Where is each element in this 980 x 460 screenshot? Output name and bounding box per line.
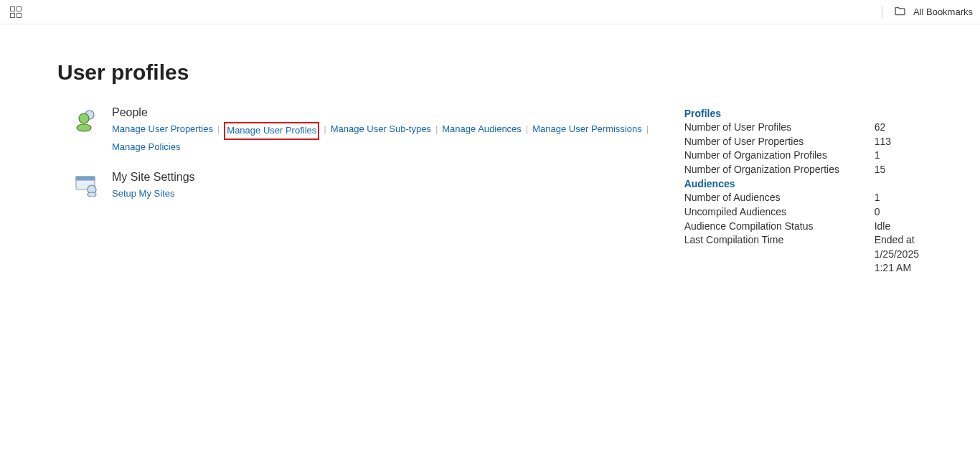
stat-value: 1 [875,191,923,205]
right-column: Profiles Number of User Profiles 62 Numb… [684,106,923,276]
stat-label: Audience Compilation Status [684,220,875,234]
manage-policies-link[interactable]: Manage Policies [112,140,180,155]
page-title: User profiles [57,60,923,85]
manage-user-properties-link[interactable]: Manage User Properties [112,122,213,140]
stat-row: Audience Compilation Status Idle [684,220,923,234]
browser-toolbar: All Bookmarks [0,0,980,24]
stat-value: 1 [875,149,923,163]
setup-my-sites-link[interactable]: Setup My Sites [112,187,174,202]
stat-row: Number of Organization Properties 15 [684,163,923,177]
mysite-section: My Site Settings Setup My Sites [75,171,656,202]
stat-value: Idle [875,220,923,234]
mysite-icon [75,172,99,197]
separator [882,6,882,19]
stat-label: Uncompiled Audiences [684,205,875,220]
page-content: User profiles People Manage User [0,24,980,276]
manage-user-profiles-link[interactable]: Manage User Profiles [227,125,316,136]
stat-row: Number of User Profiles 62 [684,121,923,135]
stat-label: Number of User Properties [684,135,875,149]
stat-label: Number of Organization Properties [684,163,875,177]
stat-row: Number of Audiences 1 [684,191,923,205]
stat-value: 0 [875,205,923,220]
highlight-box: Manage User Profiles [224,122,319,140]
stat-row: Number of User Properties 113 [684,135,923,149]
apps-grid-icon[interactable] [10,6,22,18]
svg-rect-4 [76,177,95,180]
toolbar-left [7,6,22,18]
toolbar-right: All Bookmarks [882,5,973,19]
manage-audiences-link[interactable]: Manage Audiences [442,122,522,140]
profiles-header: Profiles [684,108,923,119]
people-section: People Manage User Properties | Manage U… [75,106,656,155]
stat-value: 113 [875,135,923,149]
left-column: People Manage User Properties | Manage U… [57,106,684,276]
separator: | [435,122,438,140]
stat-label: Last Compilation Time [684,233,875,276]
stat-label: Number of Audiences [684,191,875,205]
stat-label: Number of User Profiles [684,121,875,135]
stat-label: Number of Organization Profiles [684,149,875,163]
folder-icon [894,5,906,19]
people-icon [75,108,99,132]
stat-value: 15 [875,163,923,177]
svg-point-2 [77,124,91,131]
separator: | [324,122,326,140]
main-area: People Manage User Properties | Manage U… [57,106,923,276]
people-body: People Manage User Properties | Manage U… [112,106,656,155]
manage-user-permissions-link[interactable]: Manage User Permissions [532,122,641,140]
people-links: Manage User Properties | Manage User Pro… [112,122,656,155]
separator: | [646,122,649,140]
mysite-body: My Site Settings Setup My Sites [112,171,656,202]
svg-point-1 [79,113,89,123]
svg-point-6 [88,192,96,197]
mysite-title: My Site Settings [112,171,656,184]
stat-row: Uncompiled Audiences 0 [684,205,923,220]
mysite-links: Setup My Sites [112,187,656,202]
stat-row: Number of Organization Profiles 1 [684,149,923,163]
stat-row: Last Compilation Time Ended at 1/25/2025… [684,233,923,276]
separator: | [526,122,528,140]
stat-value: 62 [875,121,923,135]
people-title: People [112,106,656,119]
all-bookmarks-link[interactable]: All Bookmarks [913,6,973,17]
manage-user-subtypes-link[interactable]: Manage User Sub-types [331,122,431,140]
stat-value: Ended at 1/25/2025 1:21 AM [875,233,923,276]
separator: | [217,122,220,140]
audiences-header: Audiences [684,178,923,189]
